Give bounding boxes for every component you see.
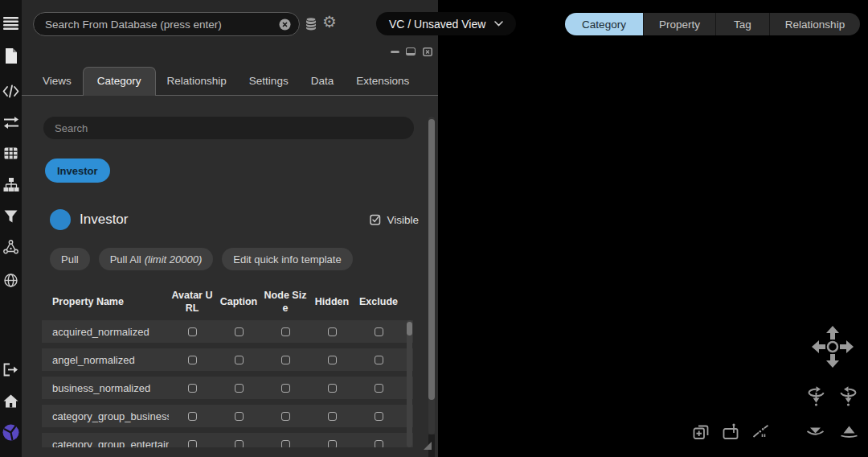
database-icon[interactable]	[305, 17, 317, 31]
exclude-checkbox[interactable]	[375, 412, 383, 421]
hidden-checkbox[interactable]	[328, 327, 337, 336]
exclude-checkbox[interactable]	[375, 356, 383, 364]
exclude-checkbox[interactable]	[375, 384, 383, 393]
tab-category[interactable]: Category	[83, 67, 156, 96]
action-buttons: Pull Pull All (limit 20000) Edit quick i…	[50, 248, 353, 270]
hidden-checkbox[interactable]	[328, 412, 337, 421]
avatar-url-checkbox[interactable]	[188, 384, 197, 393]
category-search-bar[interactable]	[43, 117, 414, 139]
canvas-tab-tag[interactable]: Tag	[715, 13, 769, 35]
sitemap-icon[interactable]	[2, 176, 19, 193]
add-frame-icon[interactable]	[693, 424, 710, 440]
section-title: Investor	[80, 212, 128, 228]
file-icon[interactable]	[2, 47, 19, 64]
visible-toggle[interactable]: Visible	[370, 214, 419, 226]
pull-all-button[interactable]: Pull All (limit 20000)	[99, 248, 214, 270]
icon-sidebar	[0, 0, 22, 457]
exclude-checkbox[interactable]	[375, 327, 383, 336]
node-size-checkbox[interactable]	[281, 327, 290, 336]
visible-label: Visible	[387, 214, 419, 226]
minimize-button[interactable]	[391, 51, 399, 53]
table-scrollbar-track[interactable]	[407, 320, 412, 447]
menu-icon[interactable]	[2, 14, 19, 31]
swap-arrows-icon[interactable]	[2, 114, 19, 131]
view-selector-label: VC / Unsaved View	[389, 18, 485, 31]
canvas-tab-relationship[interactable]: Relationship	[769, 13, 860, 35]
fly-up-icon[interactable]	[840, 425, 858, 438]
pin-frame-icon[interactable]	[723, 423, 739, 440]
node-size-checkbox[interactable]	[281, 412, 290, 421]
maximize-button[interactable]	[406, 47, 416, 56]
category-color-dot[interactable]	[50, 209, 71, 230]
table-row[interactable]: business_normalized	[42, 377, 413, 399]
code-icon[interactable]	[2, 83, 19, 100]
view-selector[interactable]: VC / Unsaved View	[376, 12, 516, 35]
category-section-header: Investor Visible	[50, 206, 419, 233]
filter-icon[interactable]	[2, 208, 19, 224]
hidden-checkbox[interactable]	[328, 384, 337, 393]
rotate-left-icon[interactable]	[805, 386, 827, 406]
tab-relationship[interactable]: Relationship	[156, 68, 238, 95]
table-row[interactable]: acquired_normalized	[42, 320, 413, 343]
col-property-name: Property Name	[42, 296, 169, 307]
category-chip-investor[interactable]: Investor	[45, 159, 110, 183]
col-caption: Caption	[215, 295, 262, 308]
panel-resize-handle[interactable]	[424, 442, 432, 450]
exclude-checkbox[interactable]	[375, 440, 383, 448]
app-window: ⚙ Views Category Relationship Settings D…	[0, 0, 868, 457]
tab-extensions[interactable]: Extensions	[345, 68, 420, 95]
hidden-checkbox[interactable]	[328, 356, 337, 364]
dpad-control[interactable]	[810, 324, 855, 369]
hidden-checkbox[interactable]	[328, 440, 337, 448]
gear-icon[interactable]: ⚙	[322, 14, 337, 30]
col-avatar-url: Avatar URL	[169, 289, 215, 315]
fly-down-icon[interactable]	[806, 425, 825, 438]
canvas-tab-bar: Category Property Tag Relationship	[565, 13, 860, 35]
table-icon[interactable]	[2, 145, 19, 162]
table-scrollbar-thumb[interactable]	[407, 322, 412, 336]
network-icon[interactable]	[2, 238, 19, 255]
node-size-checkbox[interactable]	[281, 440, 290, 448]
caption-checkbox[interactable]	[235, 356, 244, 364]
category-search-input[interactable]	[55, 122, 403, 134]
tab-settings[interactable]: Settings	[238, 68, 300, 95]
table-row[interactable]: category_group_entertain	[42, 433, 413, 447]
pull-button[interactable]: Pull	[50, 248, 90, 270]
signout-icon[interactable]	[2, 361, 19, 378]
col-node-size: Node Size	[262, 289, 309, 315]
close-button[interactable]	[423, 47, 432, 56]
app-logo[interactable]	[2, 424, 19, 441]
chevron-down-icon	[494, 21, 503, 27]
rotate-right-icon[interactable]	[837, 386, 859, 406]
col-hidden: Hidden	[309, 295, 355, 308]
database-search-input[interactable]	[45, 19, 279, 31]
caption-checkbox[interactable]	[235, 327, 244, 336]
database-search-bar[interactable]	[33, 12, 300, 36]
panel-tab-bar: Views Category Relationship Settings Dat…	[22, 68, 438, 96]
caption-checkbox[interactable]	[235, 412, 244, 421]
category-panel: ⚙ Views Category Relationship Settings D…	[22, 0, 438, 457]
table-row[interactable]: angel_normalized	[42, 348, 413, 371]
panel-scrollbar-thumb[interactable]	[428, 119, 435, 400]
caption-checkbox[interactable]	[235, 440, 244, 448]
avatar-url-checkbox[interactable]	[188, 356, 197, 364]
node-size-checkbox[interactable]	[281, 356, 290, 364]
edit-quick-info-template-button[interactable]: Edit quick info template	[222, 248, 352, 270]
canvas-tab-property[interactable]: Property	[643, 13, 715, 35]
tab-views[interactable]: Views	[31, 68, 83, 95]
table-body: acquired_normalized angel_normalized bus…	[42, 320, 413, 447]
col-exclude: Exclude	[355, 295, 402, 308]
avatar-url-checkbox[interactable]	[188, 440, 197, 448]
avatar-url-checkbox[interactable]	[188, 327, 197, 336]
table-row[interactable]: category_group_business	[42, 405, 413, 427]
node-size-checkbox[interactable]	[281, 384, 290, 393]
home-icon[interactable]	[2, 393, 19, 410]
canvas-tab-category[interactable]: Category	[565, 13, 643, 35]
globe-icon[interactable]	[2, 272, 19, 289]
avatar-url-checkbox[interactable]	[188, 412, 197, 421]
caption-checkbox[interactable]	[235, 384, 244, 393]
tab-data[interactable]: Data	[300, 68, 346, 95]
checkbox-checked-icon	[370, 214, 381, 225]
clear-search-icon[interactable]	[279, 19, 291, 31]
disconnect-icon[interactable]	[752, 425, 769, 438]
